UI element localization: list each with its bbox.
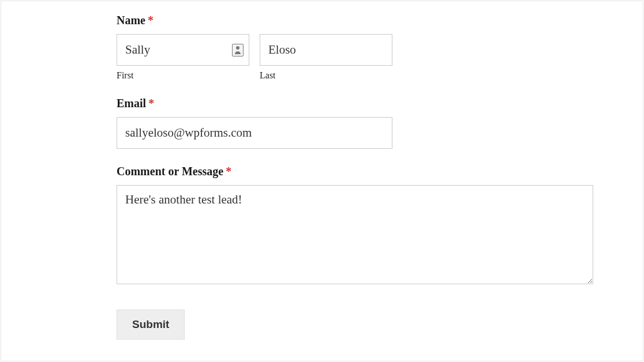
name-label: Name [117, 14, 145, 27]
name-label-row: Name * [117, 14, 527, 34]
message-label-row: Comment or Message * [117, 165, 527, 185]
name-field-group: Name * First Last [117, 14, 527, 81]
first-name-wrap [117, 34, 249, 66]
submit-button[interactable]: Submit [117, 310, 185, 340]
message-required-asterisk: * [226, 165, 231, 178]
email-field-group: Email * [117, 97, 527, 149]
email-label-row: Email * [117, 97, 527, 117]
email-required-asterisk: * [148, 97, 154, 110]
name-required-asterisk: * [148, 14, 153, 27]
last-name-column: Last [260, 34, 392, 81]
form-container: Name * First Last Email * Comment [1, 1, 643, 361]
last-name-input[interactable] [260, 34, 392, 66]
message-textarea[interactable] [117, 185, 593, 284]
name-inputs-row: First Last [117, 34, 527, 81]
email-input[interactable] [117, 117, 392, 149]
message-field-group: Comment or Message * [117, 165, 527, 286]
first-name-column: First [117, 34, 249, 81]
email-label: Email [117, 97, 146, 110]
first-name-sublabel: First [117, 70, 249, 81]
last-name-sublabel: Last [260, 70, 392, 81]
first-name-input[interactable] [117, 34, 249, 66]
message-label: Comment or Message [117, 165, 223, 178]
contact-card-icon[interactable] [232, 44, 244, 56]
